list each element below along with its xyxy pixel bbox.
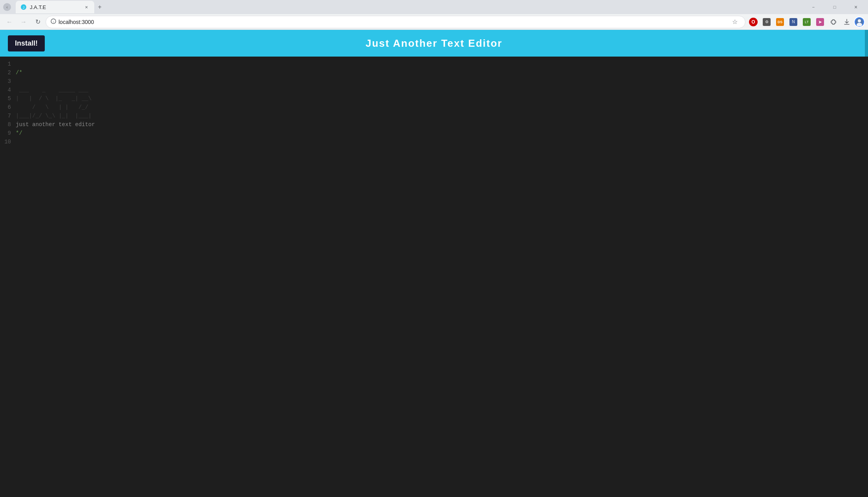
code-line-1	[16, 60, 868, 68]
extensions-button[interactable]	[827, 16, 840, 28]
code-line-4: ___ _ _____ ___	[16, 86, 868, 94]
ext2-button[interactable]: DS	[774, 16, 786, 28]
address-input[interactable]	[59, 19, 727, 25]
svg-point-5	[858, 19, 861, 22]
opera-icon-button[interactable]: O	[747, 16, 760, 28]
window-controls: − □ ×	[804, 0, 865, 14]
downloads-button[interactable]	[841, 16, 853, 28]
tab-history-back[interactable]: ‹	[3, 3, 11, 11]
editor-area[interactable]: 1 2 3 4 5 6 7 8 9 10 /* ___ _ _____ ___ …	[0, 57, 868, 497]
svg-text:i: i	[53, 20, 54, 23]
tab-close-button[interactable]: ✕	[83, 4, 90, 10]
code-line-6: / \ | | /_/	[16, 103, 868, 112]
code-line-10	[16, 138, 868, 146]
forward-button[interactable]: →	[17, 16, 30, 28]
tab-favicon: J	[20, 4, 27, 10]
new-tab-button[interactable]: +	[94, 2, 105, 13]
svg-text:J: J	[23, 6, 25, 9]
lock-icon: i	[51, 18, 56, 25]
code-line-3	[16, 77, 868, 86]
ext1-button[interactable]: ⚙	[760, 16, 773, 28]
code-line-8: just another text editor	[16, 120, 868, 129]
bookmark-button[interactable]: ☆	[729, 17, 740, 28]
header-stripe	[865, 30, 868, 57]
back-button[interactable]: ←	[3, 16, 16, 28]
browser-toolbar: O ⚙ DS N LT ➤	[747, 16, 865, 28]
install-button[interactable]: Install!	[8, 35, 45, 51]
tab-list: J J.A.T.E ✕ +	[16, 1, 803, 13]
ext5-button[interactable]: ➤	[814, 16, 826, 28]
profile-button[interactable]	[854, 17, 865, 28]
code-line-7: |___|/_/ \_\ |_| |___|	[16, 112, 868, 120]
tab-title: J.A.T.E	[30, 4, 80, 10]
maximize-button[interactable]: □	[826, 0, 844, 14]
active-tab[interactable]: J J.A.T.E ✕	[16, 1, 94, 13]
code-line-5: | | / \ |_ _| __\	[16, 94, 868, 103]
ext4-button[interactable]: LT	[800, 16, 813, 28]
editor-content[interactable]: /* ___ _ _____ ___ | | / \ |_ _| __\ / \…	[16, 57, 868, 497]
ext3-button[interactable]: N	[787, 16, 800, 28]
app-title: Just Another Text Editor	[366, 37, 502, 50]
navigation-bar: ← → ↻ i ☆ O ⚙ DS	[0, 14, 868, 30]
app-header: Install! Just Another Text Editor	[0, 30, 868, 57]
close-button[interactable]: ×	[847, 0, 865, 14]
code-line-9: */	[16, 129, 868, 138]
line-numbers: 1 2 3 4 5 6 7 8 9 10	[0, 57, 16, 497]
refresh-button[interactable]: ↻	[31, 16, 44, 28]
address-bar-container: i ☆	[46, 16, 745, 28]
minimize-button[interactable]: −	[804, 0, 822, 14]
code-line-2: /*	[16, 68, 868, 77]
